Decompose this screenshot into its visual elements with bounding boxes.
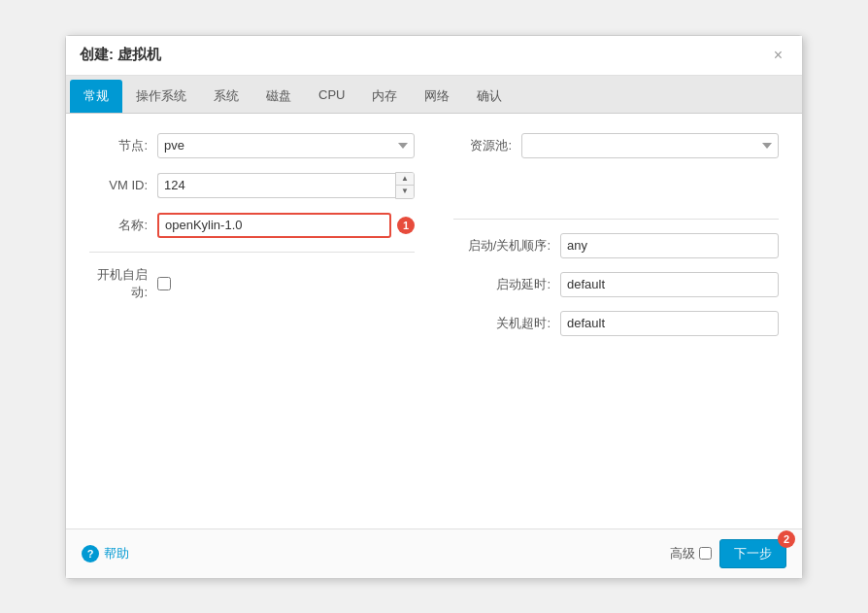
tabs-bar: 常规 操作系统 系统 磁盘 CPU 内存 网络 确认 — [66, 76, 802, 114]
shutdown-label: 关机超时: — [453, 315, 560, 332]
tab-memory[interactable]: 内存 — [358, 80, 411, 113]
next-btn-wrap: 下一步 2 — [719, 539, 786, 568]
dialog-title: 创建: 虚拟机 — [80, 46, 161, 64]
help-button[interactable]: ? 帮助 — [82, 545, 129, 562]
node-select[interactable]: pve — [157, 133, 415, 158]
help-label: 帮助 — [104, 545, 129, 562]
pool-row: 资源池: — [453, 133, 779, 158]
advanced-label: 高级 — [670, 545, 695, 562]
divider-left — [89, 252, 415, 253]
help-icon: ? — [82, 545, 99, 562]
autostart-checkbox[interactable] — [157, 277, 171, 290]
tab-os[interactable]: 操作系统 — [122, 80, 200, 113]
pool-label: 资源池: — [453, 137, 521, 154]
name-label: 名称: — [89, 217, 157, 234]
next-badge: 2 — [778, 530, 795, 548]
vmid-input[interactable]: 124 — [157, 173, 395, 198]
name-row: 名称: 1 — [89, 213, 415, 238]
divider-right — [453, 219, 779, 220]
vmid-spinner-buttons: ▲ ▼ — [395, 172, 415, 199]
vmid-spinner: 124 ▲ ▼ — [157, 172, 415, 199]
vmid-increment[interactable]: ▲ — [396, 173, 414, 186]
shutdown-row: 关机超时: — [453, 311, 779, 336]
start-stop-label: 启动/关机顺序: — [453, 237, 560, 255]
start-delay-label: 启动延时: — [453, 276, 560, 293]
spacer — [453, 172, 779, 211]
left-column: 节点: pve VM ID: 124 ▲ ▼ — [89, 133, 415, 350]
footer-right: 高级 下一步 2 — [670, 539, 786, 568]
autostart-label: 开机自启动: — [89, 266, 157, 301]
shutdown-input[interactable] — [560, 311, 779, 336]
tab-cpu[interactable]: CPU — [305, 80, 358, 113]
close-button[interactable]: × — [768, 46, 788, 65]
advanced-section: 高级 — [670, 545, 712, 562]
tab-network[interactable]: 网络 — [411, 80, 463, 113]
name-input[interactable] — [157, 213, 391, 238]
node-row: 节点: pve — [89, 133, 415, 158]
right-column: 资源池: 启动/关机顺序: 启动延时: 关机超时: — [453, 133, 779, 350]
tab-confirm[interactable]: 确认 — [463, 80, 516, 113]
create-vm-dialog: 创建: 虚拟机 × 常规 操作系统 系统 磁盘 CPU 内存 网络 确认 节点:… — [65, 35, 803, 579]
tab-system[interactable]: 系统 — [200, 80, 252, 113]
vmid-label: VM ID: — [89, 178, 157, 192]
start-stop-input[interactable] — [560, 233, 779, 258]
node-label: 节点: — [89, 137, 157, 154]
form-body: 节点: pve VM ID: 124 ▲ ▼ — [66, 114, 802, 528]
dialog-footer: ? 帮助 高级 下一步 2 — [66, 528, 802, 578]
vmid-decrement[interactable]: ▼ — [396, 186, 414, 198]
advanced-checkbox[interactable] — [699, 547, 712, 560]
name-badge: 1 — [397, 217, 415, 234]
form-section: 节点: pve VM ID: 124 ▲ ▼ — [89, 133, 779, 350]
tab-general[interactable]: 常规 — [70, 80, 122, 113]
next-button[interactable]: 下一步 — [719, 539, 786, 568]
start-delay-input[interactable] — [560, 272, 779, 297]
pool-select[interactable] — [521, 133, 779, 158]
tab-disk[interactable]: 磁盘 — [252, 80, 305, 113]
autostart-row: 开机自启动: — [89, 266, 415, 301]
start-stop-row: 启动/关机顺序: — [453, 233, 779, 258]
vmid-row: VM ID: 124 ▲ ▼ — [89, 172, 415, 199]
title-bar: 创建: 虚拟机 × — [66, 36, 802, 76]
autostart-checkbox-wrap — [157, 277, 171, 290]
start-delay-row: 启动延时: — [453, 272, 779, 297]
